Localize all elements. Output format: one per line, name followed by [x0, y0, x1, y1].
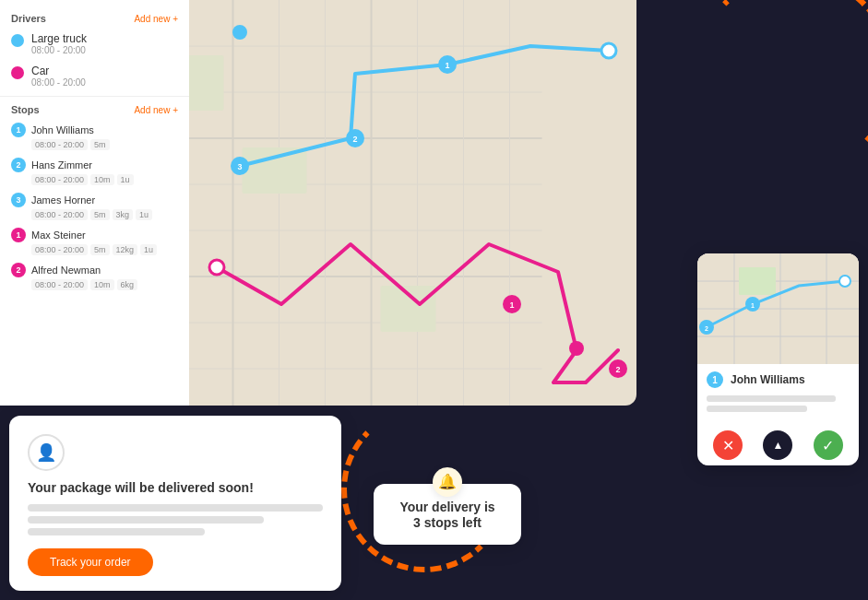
mini-driver-row: 1 John Williams	[707, 371, 850, 388]
delivery-text-main: Your delivery is	[392, 499, 503, 515]
svg-point-26	[601, 43, 616, 58]
mini-skeleton-1	[707, 395, 836, 402]
notification-title: Your package will be delivered soon!	[28, 480, 323, 495]
stop-time-1: 08:00 - 20:00	[31, 139, 88, 150]
svg-point-46	[839, 276, 850, 287]
mini-actions: ✕ ▲ ✓	[697, 423, 859, 465]
driver-item-car[interactable]: Car 08:00 - 20:00	[0, 60, 189, 92]
driver-name-large-truck: Large truck	[31, 32, 87, 45]
stop-time-3: 08:00 - 20:00	[31, 209, 88, 220]
reject-button[interactable]: ✕	[713, 430, 743, 460]
add-stop-btn[interactable]: Add new +	[134, 105, 178, 115]
svg-point-27	[232, 25, 247, 40]
stop-alfred-newman[interactable]: 2 Alfred Newman 08:00 - 20:00 10m 6kg	[0, 259, 189, 294]
svg-point-31	[569, 341, 584, 356]
mini-card-content: 1 John Williams	[697, 364, 859, 423]
driver-dot-blue	[11, 34, 24, 47]
stop-number-3-blue: 3	[11, 193, 26, 207]
stops-label: Stops	[11, 104, 40, 115]
stop-tag-1u: 1u	[117, 174, 134, 185]
stop-tag-5m: 5m	[90, 139, 110, 150]
navigate-button[interactable]: ▲	[763, 430, 792, 460]
svg-text:2: 2	[615, 365, 620, 374]
delivery-text-stops: 3 stops left	[392, 515, 503, 530]
driver-time-large-truck: 08:00 - 20:00	[31, 45, 87, 55]
stop-name-james-horner: James Horner	[31, 194, 95, 206]
stop-tag-5m-3: 5m	[90, 209, 110, 220]
stop-number-1-blue: 1	[11, 123, 26, 137]
mini-skeleton-2	[707, 406, 807, 412]
driver-dot-pink	[11, 66, 24, 79]
stop-name-hans-zimmer: Hans Zimmer	[31, 159, 92, 171]
driver-name-car: Car	[31, 65, 86, 77]
svg-text:2: 2	[352, 135, 357, 144]
svg-text:1: 1	[445, 61, 449, 70]
stop-james-horner[interactable]: 3 James Horner 08:00 - 20:00 5m 3kg 1u	[0, 189, 189, 224]
stop-max-steiner[interactable]: 1 Max Steiner 08:00 - 20:00 5m 12kg 1u	[0, 224, 189, 259]
stop-number-1-pink: 1	[11, 228, 26, 242]
mini-map-card: 1 2 1 John Williams ✕ ▲ ✓	[697, 253, 859, 465]
skeleton-lines	[28, 504, 323, 535]
mini-driver-name: John Williams	[731, 373, 805, 386]
stop-tag-5m-max: 5m	[90, 244, 110, 255]
stop-time-max: 08:00 - 20:00	[31, 244, 88, 255]
add-driver-btn[interactable]: Add new +	[134, 14, 178, 24]
stop-tag-12kg: 12kg	[113, 244, 138, 255]
stop-tag-6kg: 6kg	[117, 279, 138, 290]
skeleton-line-2	[28, 516, 264, 524]
svg-text:1: 1	[751, 302, 755, 309]
stop-hans-zimmer[interactable]: 2 Hans Zimmer 08:00 - 20:00 10m 1u	[0, 154, 189, 189]
stop-number-2-pink: 2	[11, 263, 26, 277]
svg-point-28	[209, 260, 224, 275]
stop-name-alfred-newman: Alfred Newman	[31, 265, 101, 276]
stop-name-john-williams: John Williams	[31, 124, 94, 135]
stop-tag-10m-alfred: 10m	[90, 279, 114, 290]
notification-icon: 👤	[28, 434, 65, 471]
stop-number-2-blue: 2	[11, 158, 26, 172]
driver-item-large-truck[interactable]: Large truck 08:00 - 20:00	[0, 28, 189, 60]
track-order-button[interactable]: Track your order	[28, 548, 153, 576]
driver-time-car: 08:00 - 20:00	[31, 77, 86, 88]
mini-map-area: 1 2	[697, 253, 859, 364]
skeleton-line-3	[28, 528, 205, 535]
svg-text:3: 3	[237, 162, 242, 171]
sidebar: Drivers Add new + Large truck 08:00 - 20…	[0, 0, 189, 406]
svg-rect-41	[739, 267, 776, 295]
skeleton-line-1	[28, 504, 323, 512]
route-overlay: 3 2 1 1 2	[189, 0, 636, 406]
divider	[0, 96, 189, 97]
stop-tag-3kg: 3kg	[113, 209, 134, 220]
stop-time-2: 08:00 - 20:00	[31, 174, 88, 185]
stop-name-max-steiner: Max Steiner	[31, 229, 86, 241]
delivery-notification: 🔔 Your delivery is 3 stops left	[374, 484, 521, 545]
drivers-section-header: Drivers Add new +	[0, 9, 189, 28]
svg-text:2: 2	[705, 325, 708, 332]
notification-card: 👤 Your package will be delivered soon! T…	[9, 416, 341, 591]
bell-icon: 🔔	[433, 467, 462, 497]
stop-tag-1u-3: 1u	[136, 209, 152, 220]
stop-tag-1u-max: 1u	[140, 244, 157, 255]
mini-stop-number: 1	[707, 371, 723, 388]
drivers-label: Drivers	[11, 13, 46, 24]
stops-section-header: Stops Add new +	[0, 100, 189, 119]
orange-arc-top-decoration	[693, 0, 868, 175]
svg-text:1: 1	[509, 300, 514, 310]
accept-button[interactable]: ✓	[814, 430, 843, 460]
stop-john-williams[interactable]: 1 John Williams 08:00 - 20:00 5m	[0, 119, 189, 154]
stop-tag-10m: 10m	[90, 174, 114, 185]
mini-map-streets: 1 2	[697, 253, 859, 364]
stop-time-alfred: 08:00 - 20:00	[31, 279, 88, 290]
